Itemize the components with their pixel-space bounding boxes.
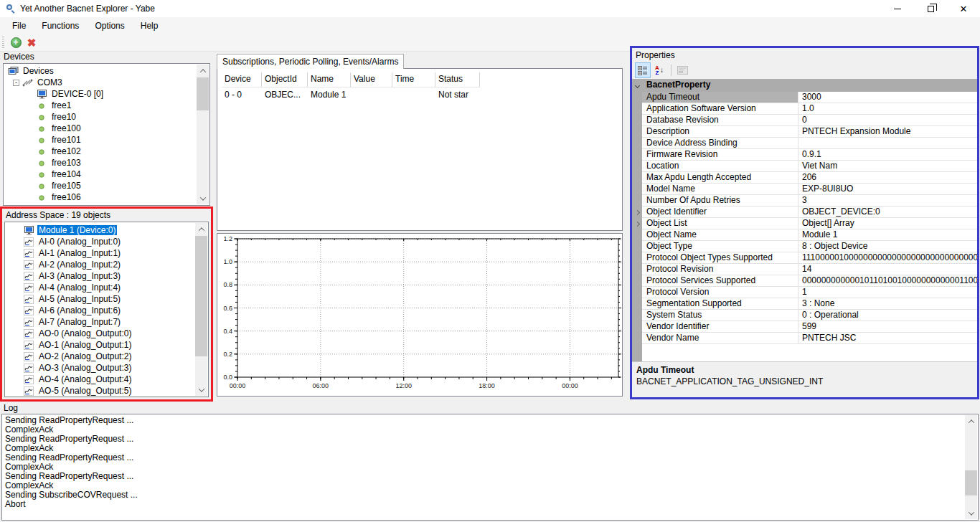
- category-collapse-icon[interactable]: [632, 79, 642, 92]
- property-row[interactable]: Vendor NamePNTECH JSC: [632, 333, 977, 344]
- tree-item[interactable]: AO-3 (Analog_Output:3): [6, 362, 208, 374]
- scroll-up-icon[interactable]: [195, 223, 207, 235]
- menu-item-help[interactable]: Help: [133, 19, 166, 33]
- property-value[interactable]: 0000000000001011010010000000000001100000…: [798, 275, 977, 287]
- property-value[interactable]: 0: [798, 115, 977, 126]
- tree-item[interactable]: AI-2 (Analog_Input:2): [6, 259, 208, 270]
- log-panel[interactable]: Sending ReadPropertyRequest ...ComplexAc…: [1, 414, 979, 521]
- scroll-up-icon[interactable]: [197, 65, 209, 77]
- property-row[interactable]: LocationViet Nam: [632, 161, 977, 172]
- property-row[interactable]: Object NameModule 1: [632, 229, 977, 241]
- property-row[interactable]: System Status0 : Operational: [632, 310, 977, 321]
- property-row[interactable]: Segmentation Supported3 : None: [632, 298, 977, 310]
- property-value[interactable]: 3: [798, 195, 977, 207]
- maximize-button[interactable]: [914, 0, 947, 17]
- tree-item[interactable]: AO-2 (Analog_Output:2): [6, 351, 208, 362]
- property-row[interactable]: Firmware Revision0.9.1: [632, 149, 977, 161]
- column-header-name[interactable]: Name: [308, 72, 351, 87]
- tree-item[interactable]: free104: [5, 169, 209, 180]
- property-row[interactable]: Object Type8 : Object Device: [632, 241, 977, 252]
- expand-chevron-icon[interactable]: [632, 207, 642, 218]
- property-value[interactable]: Module 1: [798, 229, 977, 241]
- property-row[interactable]: Object IdentifierOBJECT_DEVICE:0: [632, 207, 977, 218]
- tree-item[interactable]: DEVICE-0 [0]: [5, 88, 209, 100]
- tree-item[interactable]: Devices: [5, 65, 209, 77]
- scroll-down-icon[interactable]: [965, 507, 977, 519]
- tree-item[interactable]: AO-1 (Analog_Output:1): [6, 339, 208, 351]
- delete-button[interactable]: ✖: [24, 34, 39, 50]
- tree-item[interactable]: free10: [5, 111, 209, 123]
- property-row[interactable]: Device Address Binding: [632, 138, 977, 149]
- tree-item[interactable]: AO-4 (Analog_Output:4): [6, 374, 208, 385]
- column-header-time[interactable]: Time: [392, 72, 435, 87]
- tree-item[interactable]: free105: [5, 180, 209, 191]
- tree-item[interactable]: free103: [5, 157, 209, 169]
- column-header-value[interactable]: Value: [351, 72, 392, 87]
- property-value[interactable]: [798, 138, 977, 149]
- tree-item[interactable]: AO-5 (Analog_Output:5): [6, 385, 208, 397]
- tree-item[interactable]: free100: [5, 123, 209, 134]
- property-row[interactable]: Database Revision0: [632, 115, 977, 126]
- property-row[interactable]: Object ListObject[] Array: [632, 218, 977, 229]
- categorized-button[interactable]: [635, 62, 651, 78]
- expand-chevron-icon[interactable]: [632, 218, 642, 229]
- scroll-up-icon[interactable]: [965, 415, 977, 427]
- property-category-row[interactable]: BacnetProperty: [632, 79, 977, 92]
- tree-item[interactable]: free107: [5, 203, 209, 206]
- tree-item[interactable]: AI-7 (Analog_Input:7): [6, 316, 208, 328]
- tree-item[interactable]: AI-0 (Analog_Input:0): [6, 236, 208, 247]
- tab-subscriptions[interactable]: Subscriptions, Periodic Polling, Events/…: [217, 54, 404, 69]
- address-tree-scrollbar[interactable]: [195, 223, 207, 396]
- property-value[interactable]: 599: [798, 321, 977, 333]
- tree-item[interactable]: AI-6 (Analog_Input:6): [6, 305, 208, 316]
- tree-item[interactable]: free101: [5, 134, 209, 146]
- property-row[interactable]: Protocol Services Supported0000000000001…: [632, 275, 977, 287]
- property-value[interactable]: Viet Nam: [798, 161, 977, 172]
- property-value[interactable]: 206: [798, 172, 977, 184]
- property-value[interactable]: 14: [798, 264, 977, 275]
- property-value[interactable]: 1.0: [798, 103, 977, 115]
- toolbar-grip[interactable]: [2, 37, 4, 48]
- property-row[interactable]: Max Apdu Length Accepted206: [632, 172, 977, 184]
- close-button[interactable]: ✕: [947, 0, 980, 17]
- tree-item[interactable]: AO-0 (Analog_Output:0): [6, 328, 208, 339]
- minimize-button[interactable]: [881, 0, 914, 17]
- property-row[interactable]: Number Of Apdu Retries3: [632, 195, 977, 207]
- property-value[interactable]: PNTECH Expansion Module: [798, 126, 977, 138]
- alphabetical-sort-button[interactable]: AZ↓: [651, 62, 667, 78]
- property-row[interactable]: Protocol Object Types Supported111000001…: [632, 252, 977, 264]
- tree-item[interactable]: free102: [5, 146, 209, 157]
- menu-item-options[interactable]: Options: [87, 19, 132, 33]
- log-scrollbar[interactable]: [965, 415, 977, 519]
- property-value[interactable]: OBJECT_DEVICE:0: [798, 207, 977, 218]
- column-header-objectid[interactable]: ObjectId: [262, 72, 308, 87]
- devices-tree-scrollbar[interactable]: [197, 65, 209, 204]
- property-value[interactable]: 0 : Operational: [798, 310, 977, 321]
- property-pages-button[interactable]: [674, 62, 690, 78]
- property-value[interactable]: 3000: [798, 92, 977, 103]
- property-row[interactable]: Protocol Revision14: [632, 264, 977, 275]
- tree-item[interactable]: AI-3 (Analog_Input:3): [6, 270, 208, 282]
- menu-item-functions[interactable]: Functions: [34, 19, 87, 33]
- tree-item[interactable]: free106: [5, 191, 209, 203]
- property-row[interactable]: DescriptionPNTECH Expansion Module: [632, 126, 977, 138]
- property-value[interactable]: EXP-8UI8UO: [798, 184, 977, 195]
- scroll-down-icon[interactable]: [197, 192, 209, 204]
- menu-item-file[interactable]: File: [4, 19, 34, 33]
- tree-item[interactable]: Module 1 (Device:0): [6, 224, 208, 236]
- property-value[interactable]: 1110000010000000000000000000000000000000…: [798, 252, 977, 264]
- scrollbar-thumb[interactable]: [965, 470, 977, 495]
- add-device-button[interactable]: +: [8, 34, 24, 50]
- property-value[interactable]: PNTECH JSC: [798, 333, 977, 344]
- property-value[interactable]: 3 : None: [798, 298, 977, 310]
- tree-item[interactable]: AI-5 (Analog_Input:5): [6, 293, 208, 305]
- property-value[interactable]: 1: [798, 287, 977, 298]
- property-row[interactable]: Vendor Identifier599: [632, 321, 977, 333]
- column-header-status[interactable]: Status: [435, 72, 480, 87]
- property-row[interactable]: Protocol Version1: [632, 287, 977, 298]
- property-row[interactable]: Model NameEXP-8UI8UO: [632, 184, 977, 195]
- property-row[interactable]: Application Software Version1.0: [632, 103, 977, 115]
- tree-item[interactable]: AI-1 (Analog_Input:1): [6, 247, 208, 259]
- property-value[interactable]: 8 : Object Device: [798, 241, 977, 252]
- property-value[interactable]: Object[] Array: [798, 218, 977, 229]
